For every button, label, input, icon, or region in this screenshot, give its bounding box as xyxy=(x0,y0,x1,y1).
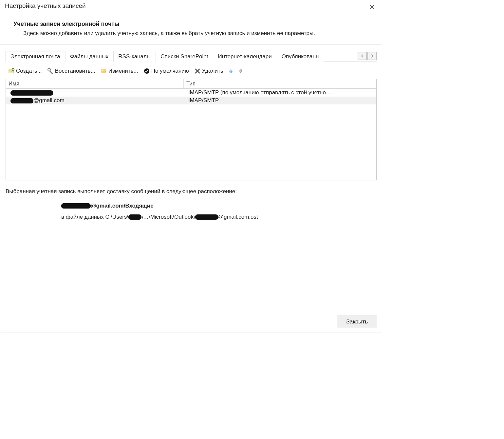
column-type[interactable]: Тип xyxy=(184,79,376,88)
delivery-intro: Выбранная учетная запись выполняет доста… xyxy=(6,188,377,195)
table-body: IMAP/SMTP (по умолчанию отправлять с это… xyxy=(6,89,376,180)
titlebar: Настройка учетных записей xyxy=(0,0,382,11)
tab-data-files[interactable]: Файлы данных xyxy=(65,51,114,62)
redacted-text xyxy=(61,203,91,209)
new-account-button[interactable]: Создать... xyxy=(7,67,43,75)
redacted-text xyxy=(10,90,53,96)
redacted-text xyxy=(128,214,141,220)
delivery-info: Выбранная учетная запись выполняет доста… xyxy=(6,188,377,220)
cell-type: IMAP/SMTP (по умолчанию отправлять с это… xyxy=(184,89,376,97)
remove-account-button[interactable]: Удалить xyxy=(193,67,225,75)
accounts-table: Имя Тип IMAP/SMTP (по умолчанию отправля… xyxy=(6,79,377,180)
delete-x-icon xyxy=(194,68,201,74)
close-button[interactable]: Закрыть xyxy=(337,316,377,328)
delivery-location: @gmail.com\Входящие xyxy=(61,203,377,209)
table-row[interactable]: @gmail.com IMAP/SMTP xyxy=(6,97,376,104)
edit-folder-icon xyxy=(101,68,107,74)
set-default-label: По умолчанию xyxy=(151,68,189,74)
redacted-text xyxy=(195,214,218,220)
set-default-button[interactable]: По умолчанию xyxy=(142,67,190,75)
table-header: Имя Тип xyxy=(6,79,376,89)
column-name[interactable]: Имя xyxy=(6,79,184,88)
wrench-gear-icon xyxy=(47,68,54,74)
cell-type: IMAP/SMTP xyxy=(184,97,376,104)
checkmark-circle-icon xyxy=(143,68,150,74)
tab-email[interactable]: Электронная почта xyxy=(6,51,65,62)
tab-scroll-right-icon[interactable] xyxy=(367,52,377,60)
table-row[interactable]: IMAP/SMTP (по умолчанию отправлять с это… xyxy=(6,89,376,97)
tab-published[interactable]: Опубликованн xyxy=(277,51,324,62)
cell-name xyxy=(6,89,184,97)
tab-scroll-left-icon[interactable] xyxy=(358,52,367,60)
repair-account-label: Восстановить... xyxy=(55,68,95,74)
header-block: Учетные записи электронной почты Здесь м… xyxy=(0,11,382,45)
window-title: Настройка учетных записей xyxy=(5,2,86,9)
tab-rss[interactable]: RSS-каналы xyxy=(113,51,156,62)
cell-name: @gmail.com xyxy=(6,97,184,104)
tab-scroll xyxy=(358,51,377,62)
repair-account-button[interactable]: Восстановить... xyxy=(46,67,97,75)
svg-point-4 xyxy=(144,68,149,74)
account-settings-dialog: Настройка учетных записей Учетные записи… xyxy=(0,0,382,333)
change-account-label: Изменить... xyxy=(108,68,138,74)
redacted-text xyxy=(10,98,33,103)
tab-internet-calendars[interactable]: Интернет-календари xyxy=(213,51,276,62)
change-account-button[interactable]: Изменить... xyxy=(99,67,140,75)
accounts-toolbar: Создать... Восстановить... Изменить... П… xyxy=(6,62,377,79)
move-up-button[interactable] xyxy=(227,67,234,75)
move-down-button[interactable] xyxy=(237,67,244,75)
header-title: Учетные записи электронной почты xyxy=(13,21,377,27)
new-mail-icon xyxy=(8,68,15,74)
dialog-footer: Закрыть xyxy=(0,313,382,333)
tabstrip: Электронная почта Файлы данных RSS-канал… xyxy=(6,51,377,62)
delivery-path: в файле данных C:\Users\\…\Microsoft\Out… xyxy=(61,214,377,220)
close-icon[interactable] xyxy=(365,2,379,11)
remove-account-label: Удалить xyxy=(202,68,223,74)
tab-sharepoint[interactable]: Списки SharePoint xyxy=(156,51,213,62)
content-area: Электронная почта Файлы данных RSS-канал… xyxy=(0,45,382,313)
header-description: Здесь можно добавить или удалить учетную… xyxy=(23,30,377,37)
new-account-label: Создать... xyxy=(16,68,42,74)
